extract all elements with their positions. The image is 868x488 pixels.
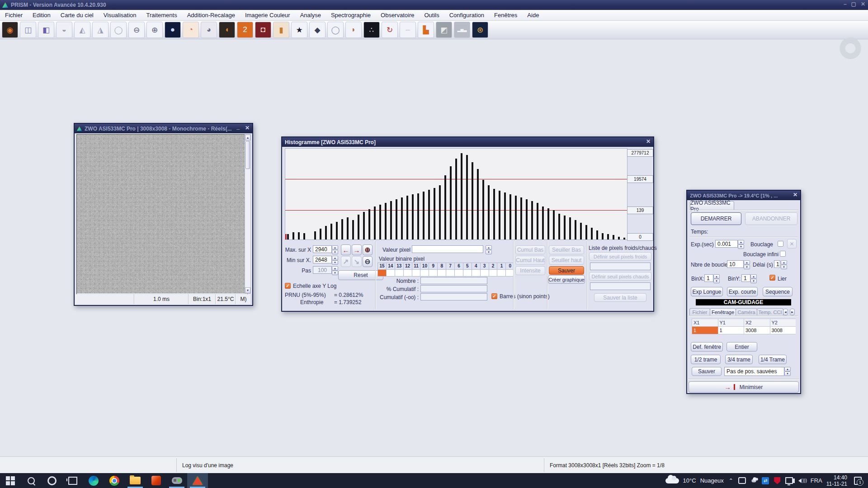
bit-cell-1[interactable] (497, 270, 505, 277)
clock[interactable]: 14:40 11-11-21 (826, 474, 847, 487)
taskbar-prism[interactable] (187, 473, 208, 488)
menu-traitements[interactable]: Traitements (142, 10, 182, 20)
menu-observatoire[interactable]: Observatoire (376, 10, 419, 20)
blocks-icon[interactable]: ▙ (418, 22, 434, 38)
close-icon[interactable]: ✕ (861, 1, 865, 7)
stop-loop-button[interactable]: ✕ (787, 239, 797, 249)
gears-icon[interactable]: ⊛ (472, 22, 488, 38)
menu-carte-du-ciel[interactable]: Carte du ciel (56, 10, 99, 20)
histogram-titlebar[interactable]: Histogramme [ZWO ASI533MC Pro] ✕ (282, 137, 653, 147)
capture-tray-icon[interactable] (738, 477, 746, 484)
expand-up-button[interactable]: ↗ (341, 256, 351, 267)
menu-aide[interactable]: Aide (522, 10, 544, 20)
lier-checkbox[interactable]: ✓ (769, 275, 775, 281)
seuil-chauds-input[interactable] (590, 282, 651, 290)
task-view-button[interactable] (62, 473, 83, 488)
copy-image-icon[interactable]: ◧ (38, 22, 54, 38)
definir-seuil-froids-button[interactable]: Définir seuil pixels froids (589, 252, 651, 261)
nbre-boucles-input[interactable]: 10 (727, 260, 744, 268)
delai-spinner[interactable]: ▲▼ (781, 260, 787, 268)
clouds-icon[interactable]: ◒ (56, 22, 72, 38)
exp-spinner[interactable]: ▲▼ (738, 240, 744, 248)
demi-trame-button[interactable]: 1/2 trame (691, 355, 721, 364)
menu-outils[interactable]: Outils (419, 10, 444, 20)
taskbar-edge[interactable] (83, 473, 104, 488)
def-fenetre-button[interactable]: Def. fenêtre (691, 342, 723, 352)
bit-cell-13[interactable] (395, 270, 403, 277)
close-icon[interactable]: ✕ (646, 138, 651, 145)
menu-analyse[interactable]: Analyse (295, 10, 326, 20)
seuil-froids-input[interactable] (590, 263, 651, 270)
menu-addition-recalage[interactable]: Addition-Recalage (182, 10, 240, 20)
histogram-icon[interactable]: ▂▅▃ (454, 22, 470, 38)
coord-cell[interactable]: 1 (718, 327, 744, 334)
notification-center-button[interactable]: 1 (854, 477, 862, 484)
menu-fichier[interactable]: Fichier (0, 10, 28, 20)
demarrer-button[interactable]: DEMARRER (691, 212, 741, 225)
exp-courte-button[interactable]: Exp. courte (727, 287, 758, 296)
intensite-button[interactable]: Intensite (515, 266, 545, 275)
cumul-bas-button[interactable]: Cumul Bas (515, 245, 545, 254)
start-button[interactable] (0, 473, 21, 488)
bit-cell-14[interactable] (386, 270, 395, 277)
starfield-icon[interactable]: ∴ (363, 22, 380, 38)
onedrive-tray-icon[interactable] (750, 477, 758, 484)
bit-cell-7[interactable] (446, 270, 454, 277)
menu-spectrographie[interactable]: Spectrographie (326, 10, 376, 20)
sauver-liste-button[interactable]: Sauver la liste (594, 293, 646, 302)
pct-cumulatif-input[interactable] (420, 285, 487, 292)
min-sur-x-input[interactable]: 2648 (313, 256, 332, 263)
volume-tray-icon[interactable]: ))) (799, 477, 807, 484)
pas-spinner[interactable]: ▲▼ (332, 266, 338, 274)
cam-tab-fen-trage[interactable]: Fenêtrage (710, 308, 736, 316)
valeur-pixel-spinner[interactable]: ▲▼ (486, 245, 492, 253)
inactive-tool-icon[interactable]: – (400, 22, 416, 38)
min-sur-x-spinner[interactable]: ▲▼ (332, 256, 338, 263)
biny-spinner[interactable]: ▲▼ (750, 274, 757, 282)
sync-icon[interactable]: ↻ (382, 22, 398, 38)
camera-tab[interactable]: ZWO ASI533MC Pro (690, 201, 734, 210)
cam-tab-cam-ra[interactable]: Caméra (736, 308, 757, 316)
bit-cell-11[interactable] (412, 270, 420, 277)
taskbar-explorer[interactable] (125, 473, 146, 488)
language-indicator[interactable]: FRA (811, 477, 822, 484)
network-tray-icon[interactable] (785, 477, 793, 484)
bit-cell-15[interactable] (377, 270, 386, 277)
cumulatif-oo-input[interactable] (420, 293, 487, 300)
histogram-plot[interactable] (285, 148, 627, 240)
maximize-icon[interactable]: ▢ (851, 1, 856, 7)
cumul-haut-button[interactable]: Cumul Haut (515, 256, 545, 265)
search-button[interactable] (21, 473, 42, 488)
bit-cell-4[interactable] (472, 270, 480, 277)
image-canvas[interactable] (76, 134, 248, 295)
telescope-icon[interactable]: ▮ (273, 22, 289, 38)
zoom-in-icon[interactable]: ⊕ (146, 22, 163, 38)
bouclage-checkbox[interactable] (778, 241, 783, 247)
scroll-up-icon[interactable]: ▲ (245, 135, 250, 141)
sauver-button[interactable]: Sauver (549, 266, 584, 275)
coord-cell[interactable]: 3008 (770, 327, 796, 334)
sphere-icon[interactable]: ◯ (327, 22, 344, 38)
focus-icon[interactable]: ◖ (219, 22, 235, 38)
sync-tray-icon[interactable]: ⇄ (762, 477, 769, 484)
seuiller-bas-button[interactable]: Seuiller Bas (549, 245, 584, 254)
menu-fen-tres[interactable]: Fenêtres (489, 10, 522, 20)
menu-edition[interactable]: Edition (28, 10, 56, 20)
image-window-titlebar[interactable]: ZWO ASI533MC Pro | 3008x3008 - Monochrom… (75, 124, 252, 133)
menu-visualisation[interactable]: Visualisation (99, 10, 142, 20)
bit-cell-6[interactable] (454, 270, 463, 277)
weather-desc[interactable]: Nuageux (700, 477, 724, 484)
max-sur-x-input[interactable]: 2940 (313, 245, 332, 253)
coord-cell[interactable]: 3008 (744, 327, 770, 334)
positions-dropdown-spinner[interactable]: ▲▼ (784, 367, 791, 376)
sequence-button[interactable]: Sequence (763, 287, 793, 296)
sauver-position-button[interactable]: Sauver (692, 367, 722, 376)
save-icon[interactable]: ◫ (20, 22, 36, 38)
pas-input[interactable]: 100 (313, 266, 332, 274)
bit-cell-3[interactable] (480, 270, 489, 277)
shift-right-button[interactable]: → (352, 244, 362, 255)
max-sur-x-spinner[interactable]: ▲▼ (332, 245, 338, 253)
mask-icon[interactable]: ◯ (110, 22, 127, 38)
barres-checkbox[interactable]: ✓ (491, 293, 497, 299)
exp-longue-button[interactable]: Exp Longue (691, 287, 723, 296)
